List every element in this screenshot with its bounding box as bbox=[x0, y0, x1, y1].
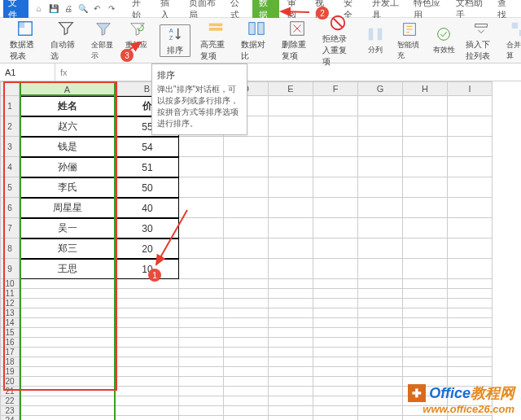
row-header[interactable]: 5 bbox=[0, 177, 20, 198]
cell[interactable] bbox=[448, 157, 493, 177]
cell[interactable] bbox=[403, 318, 448, 328]
cell[interactable] bbox=[179, 387, 224, 396]
select-all-corner[interactable] bbox=[0, 81, 20, 96]
row-header[interactable]: 16 bbox=[0, 338, 20, 348]
cell[interactable] bbox=[179, 238, 224, 259]
cell[interactable] bbox=[224, 357, 269, 367]
cell[interactable] bbox=[116, 387, 179, 396]
cell[interactable] bbox=[224, 377, 269, 387]
fx-icon[interactable]: fx bbox=[55, 68, 72, 77]
cell[interactable]: 姓名 bbox=[20, 96, 116, 116]
cell[interactable] bbox=[313, 177, 358, 198]
cell[interactable] bbox=[116, 367, 179, 377]
cell[interactable]: 郑三 bbox=[20, 238, 116, 259]
cell[interactable] bbox=[269, 348, 313, 357]
cell[interactable] bbox=[269, 259, 313, 279]
cell[interactable] bbox=[269, 279, 313, 289]
cell[interactable] bbox=[313, 116, 358, 137]
cell[interactable] bbox=[269, 377, 313, 387]
row-header[interactable]: 7 bbox=[0, 218, 20, 238]
cell[interactable] bbox=[313, 387, 358, 396]
cell[interactable] bbox=[403, 279, 448, 289]
cell[interactable] bbox=[224, 299, 269, 308]
cell[interactable] bbox=[179, 218, 224, 238]
cell[interactable] bbox=[179, 328, 224, 338]
cell[interactable] bbox=[313, 406, 358, 416]
cell[interactable] bbox=[448, 348, 493, 357]
cell[interactable]: 赵六 bbox=[20, 116, 116, 137]
cell[interactable] bbox=[358, 289, 403, 299]
cell[interactable] bbox=[179, 259, 224, 279]
cell[interactable] bbox=[448, 259, 493, 279]
cell[interactable] bbox=[224, 416, 269, 420]
cell[interactable] bbox=[224, 396, 269, 406]
cell[interactable] bbox=[269, 328, 313, 338]
cell[interactable] bbox=[313, 137, 358, 157]
cell[interactable] bbox=[448, 318, 493, 328]
cell[interactable] bbox=[269, 357, 313, 367]
cell[interactable] bbox=[116, 377, 179, 387]
print-icon[interactable]: 🖨 bbox=[63, 3, 73, 15]
cell[interactable] bbox=[358, 157, 403, 177]
cell[interactable] bbox=[358, 338, 403, 348]
cell[interactable] bbox=[224, 238, 269, 259]
cell[interactable] bbox=[403, 357, 448, 367]
cell[interactable]: 51 bbox=[116, 157, 179, 177]
cell[interactable] bbox=[313, 377, 358, 387]
cell[interactable] bbox=[358, 348, 403, 357]
cell[interactable] bbox=[448, 96, 493, 116]
row-header[interactable]: 4 bbox=[0, 157, 20, 177]
data-compare-button[interactable]: 数据对比 bbox=[241, 20, 272, 62]
cell[interactable] bbox=[20, 348, 116, 357]
cell[interactable] bbox=[116, 416, 179, 420]
cell[interactable] bbox=[269, 396, 313, 406]
cell[interactable] bbox=[179, 177, 224, 198]
cell[interactable] bbox=[448, 137, 493, 157]
cell[interactable] bbox=[20, 416, 116, 420]
cell[interactable] bbox=[269, 308, 313, 318]
cell[interactable] bbox=[20, 338, 116, 348]
row-header[interactable]: 1 bbox=[0, 96, 20, 116]
row-header[interactable]: 20 bbox=[0, 377, 20, 387]
cell[interactable] bbox=[358, 137, 403, 157]
cell[interactable] bbox=[269, 416, 313, 420]
cell[interactable] bbox=[179, 406, 224, 416]
cell[interactable] bbox=[116, 308, 179, 318]
cell[interactable] bbox=[20, 318, 116, 328]
cell[interactable] bbox=[403, 96, 448, 116]
cell[interactable] bbox=[224, 387, 269, 396]
cell[interactable]: 20 bbox=[116, 238, 179, 259]
save-icon[interactable]: 💾 bbox=[49, 3, 59, 15]
cell[interactable] bbox=[358, 416, 403, 420]
dropdown-button[interactable]: 插入下拉列表 bbox=[466, 20, 497, 62]
cell[interactable] bbox=[179, 318, 224, 328]
cell[interactable] bbox=[179, 279, 224, 289]
cell[interactable] bbox=[403, 157, 448, 177]
col-header-a[interactable]: A bbox=[20, 81, 116, 96]
cell[interactable] bbox=[448, 338, 493, 348]
cell[interactable] bbox=[116, 279, 179, 289]
cell[interactable] bbox=[179, 348, 224, 357]
cell[interactable] bbox=[313, 299, 358, 308]
cell[interactable] bbox=[224, 259, 269, 279]
cell[interactable]: 10 bbox=[116, 259, 179, 279]
cell[interactable] bbox=[313, 96, 358, 116]
row-header[interactable]: 8 bbox=[0, 238, 20, 259]
cell[interactable] bbox=[448, 289, 493, 299]
cell[interactable] bbox=[313, 279, 358, 289]
cell[interactable] bbox=[358, 116, 403, 137]
name-box[interactable]: A1 bbox=[0, 63, 55, 81]
cell[interactable] bbox=[448, 416, 493, 420]
cell[interactable] bbox=[224, 177, 269, 198]
row-header[interactable]: 24 bbox=[0, 416, 20, 420]
cell[interactable] bbox=[179, 308, 224, 318]
cell[interactable] bbox=[403, 218, 448, 238]
row-header[interactable]: 9 bbox=[0, 259, 20, 279]
cell[interactable] bbox=[224, 279, 269, 289]
autofilter-button[interactable]: 自动筛选 bbox=[50, 20, 81, 62]
cell[interactable] bbox=[358, 299, 403, 308]
cell[interactable] bbox=[448, 357, 493, 367]
row-header[interactable]: 3 bbox=[0, 137, 20, 157]
cell[interactable] bbox=[448, 367, 493, 377]
cell[interactable] bbox=[448, 279, 493, 289]
